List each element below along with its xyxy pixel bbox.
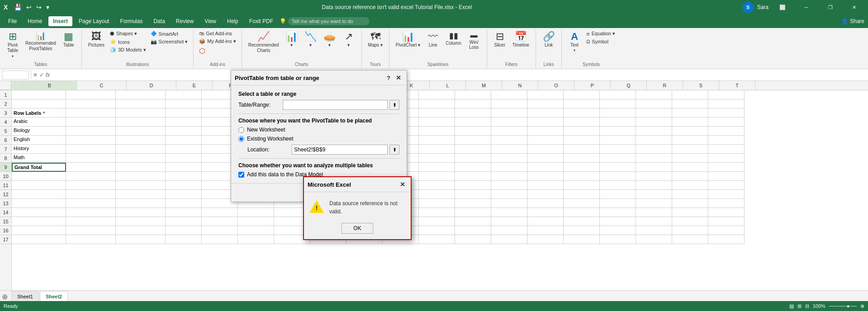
maps-button[interactable]: 🗺 Maps ▾ [365, 30, 385, 49]
cell-e3[interactable] [166, 108, 202, 118]
recommended-charts-button[interactable]: 📈 RecommendedCharts [246, 30, 282, 55]
cell-c4[interactable] [66, 118, 116, 127]
table-range-input[interactable] [283, 100, 388, 110]
row-header-15[interactable]: 15 [0, 217, 11, 226]
name-box[interactable] [2, 71, 29, 80]
menu-page-layout[interactable]: Page Layout [74, 16, 114, 26]
col-header-c[interactable]: C [77, 81, 127, 90]
menu-formulas[interactable]: Formulas [115, 16, 147, 26]
cell-d2[interactable] [116, 99, 166, 108]
timeline-button[interactable]: 📅 Timeline [510, 30, 532, 49]
cell-q1[interactable] [600, 90, 636, 99]
save-icon[interactable]: 💾 [12, 3, 24, 12]
3d-models-button[interactable]: 🧊 3D Models ▾ [108, 46, 148, 54]
cell-m7[interactable] [455, 145, 491, 154]
view-normal-icon[interactable]: ▤ [789, 303, 794, 309]
cell-m3[interactable] [455, 108, 491, 118]
cell-p6[interactable] [564, 136, 600, 145]
redo-icon[interactable]: ↪ [34, 3, 43, 12]
cell-q4[interactable] [600, 118, 636, 127]
row-header-10[interactable]: 10 [0, 172, 11, 181]
screenshot-button[interactable]: 📷 Screenshot ▾ [149, 38, 190, 46]
cell-q3[interactable] [600, 108, 636, 118]
row-header-1[interactable]: 1 [0, 90, 11, 99]
row-header-5[interactable]: 5 [0, 127, 11, 136]
cell-r1[interactable] [636, 90, 672, 99]
cell-r9[interactable] [636, 163, 672, 172]
pivot-close-button[interactable]: ✕ [394, 73, 403, 82]
ribbon-display-icon[interactable]: ⬜ [772, 0, 792, 14]
row-header-14[interactable]: 14 [0, 208, 11, 217]
cell-d9[interactable] [116, 163, 166, 172]
cell-b2[interactable] [12, 99, 66, 108]
cell-c3[interactable] [66, 108, 116, 118]
cell-s4[interactable] [672, 118, 708, 127]
cell-d10[interactable] [116, 172, 166, 181]
cell-t9[interactable] [708, 163, 745, 172]
cell-s8[interactable] [672, 154, 708, 163]
symbol-button[interactable]: Ω Symbol [584, 38, 617, 45]
row-header-13[interactable]: 13 [0, 199, 11, 208]
col-header-o[interactable]: O [538, 81, 574, 90]
error-close-button[interactable]: ✕ [398, 180, 407, 189]
row-labels-dropdown-icon[interactable]: ▼ [42, 111, 46, 115]
pivot-help-button[interactable]: ? [387, 75, 390, 81]
data-model-checkbox[interactable] [238, 172, 244, 178]
cell-t3[interactable] [708, 108, 745, 118]
cell-q9[interactable] [600, 163, 636, 172]
cell-r7[interactable] [636, 145, 672, 154]
row-header-4[interactable]: 4 [0, 118, 11, 127]
cell-r5[interactable] [636, 127, 672, 136]
cell-q7[interactable] [600, 145, 636, 154]
cell-t2[interactable] [708, 99, 745, 108]
column-spark-button[interactable]: ▮▮ Column [443, 30, 464, 47]
recommended-pivot-tables-button[interactable]: 📊 RecommendedPivotTables [23, 30, 59, 53]
row-header-12[interactable]: 12 [0, 190, 11, 199]
cell-n8[interactable] [491, 154, 527, 163]
error-ok-button[interactable]: OK [342, 223, 373, 234]
cell-b5[interactable]: Biology [12, 127, 66, 136]
undo-icon[interactable]: ↩ [24, 3, 33, 12]
row-header-2[interactable]: 2 [0, 99, 11, 108]
cell-e7[interactable] [166, 145, 202, 154]
location-selector-button[interactable]: ⬆ [389, 145, 399, 155]
view-break-icon[interactable]: ⊟ [805, 303, 809, 309]
cell-b1[interactable] [12, 90, 66, 99]
cell-t6[interactable] [708, 136, 745, 145]
cell-n2[interactable] [491, 99, 527, 108]
cell-d5[interactable] [116, 127, 166, 136]
cell-o6[interactable] [527, 136, 564, 145]
fx-icon[interactable]: fx [46, 72, 50, 78]
cell-t5[interactable] [708, 127, 745, 136]
cell-n7[interactable] [491, 145, 527, 154]
cell-o3[interactable] [527, 108, 564, 118]
cell-n9[interactable] [491, 163, 527, 172]
zoom-slider[interactable]: ─────●── [829, 303, 857, 309]
col-header-r[interactable]: R [647, 81, 683, 90]
add-sheet-icon[interactable]: ⊕ [2, 292, 8, 301]
cell-s3[interactable] [672, 108, 708, 118]
menu-file[interactable]: File [4, 16, 21, 26]
my-addins-button[interactable]: 📦 My Add-ins ▾ [197, 38, 237, 45]
menu-help[interactable]: Help [223, 16, 243, 26]
row-header-11[interactable]: 11 [0, 181, 11, 190]
cell-e8[interactable] [166, 154, 202, 163]
row-header-7[interactable]: 7 [0, 145, 11, 154]
row-header-8[interactable]: 8 [0, 154, 11, 163]
cell-m9[interactable] [455, 163, 491, 172]
cell-p2[interactable] [564, 99, 600, 108]
cell-c9[interactable] [66, 163, 116, 172]
cell-o5[interactable] [527, 127, 564, 136]
cell-r6[interactable] [636, 136, 672, 145]
menu-insert[interactable]: Insert [48, 16, 72, 26]
cell-b8[interactable]: Math [12, 154, 66, 163]
cell-c2[interactable] [66, 99, 116, 108]
menu-home[interactable]: Home [23, 16, 47, 26]
cell-l9[interactable] [419, 163, 455, 172]
location-input[interactable] [292, 145, 388, 155]
link-button[interactable]: 🔗 Link [540, 30, 558, 49]
restore-button[interactable]: ❐ [820, 0, 840, 14]
equation-button[interactable]: π Equation ▾ [584, 30, 617, 38]
cell-p1[interactable] [564, 90, 600, 99]
cancel-formula-icon[interactable]: ✕ [33, 72, 38, 78]
